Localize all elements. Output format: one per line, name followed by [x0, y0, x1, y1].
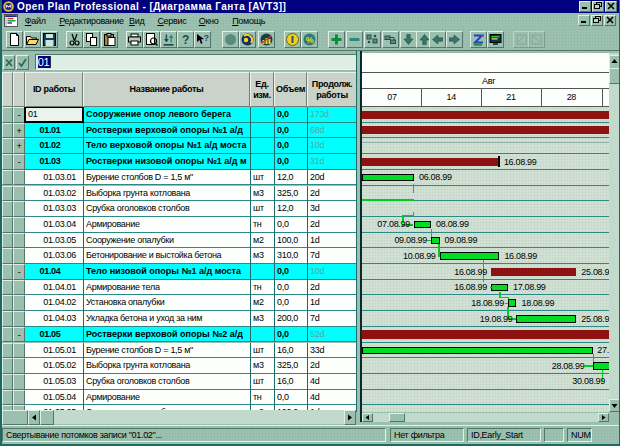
svg-text:%: % — [306, 35, 314, 45]
svg-text:?: ? — [182, 33, 189, 46]
svg-text:?: ? — [203, 33, 208, 43]
